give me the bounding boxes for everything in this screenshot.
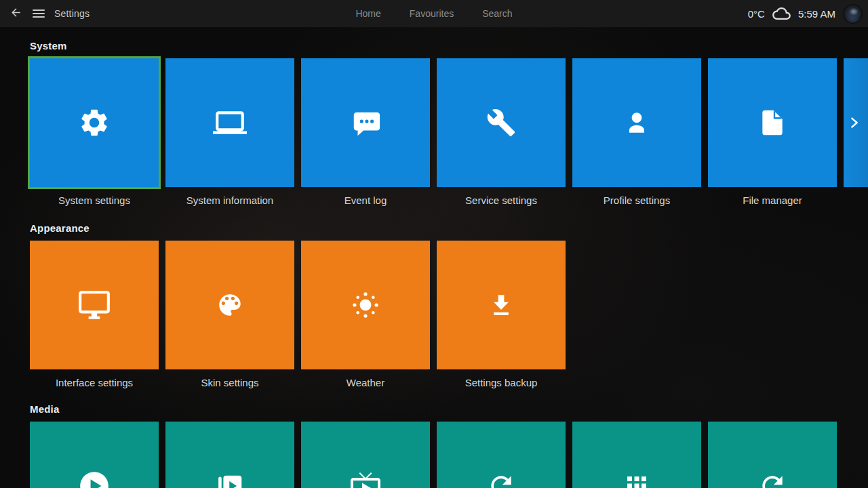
header-left: Settings bbox=[0, 6, 90, 21]
tile-label: Settings backup bbox=[437, 376, 566, 389]
apps-grid-icon bbox=[623, 472, 651, 488]
top-bar: Settings Home Favourites Search 0°C 5:59… bbox=[0, 0, 868, 27]
page-title: Settings bbox=[54, 8, 90, 19]
cloud-icon bbox=[772, 7, 791, 20]
nav-item-home[interactable]: Home bbox=[355, 8, 380, 19]
wrench-icon bbox=[486, 108, 516, 138]
section-appearance: Appearance Interface settings Skin setti… bbox=[30, 222, 566, 389]
tile-row-media bbox=[30, 422, 837, 488]
section-system: System System settings System informatio… bbox=[30, 39, 868, 207]
refresh-icon bbox=[486, 471, 516, 488]
section-title-appearance: Appearance bbox=[30, 222, 566, 235]
tile-system-information[interactable] bbox=[165, 58, 294, 187]
tile-row-appearance: Interface settings Skin settings Weather bbox=[30, 241, 566, 389]
tile-system-settings[interactable] bbox=[30, 58, 159, 187]
tile-media-5[interactable] bbox=[572, 422, 701, 488]
section-title-media: Media bbox=[30, 403, 837, 416]
temperature-label: 0°C bbox=[748, 8, 765, 20]
gear-icon bbox=[78, 106, 111, 139]
sun-icon bbox=[350, 289, 381, 321]
tile-media-4[interactable] bbox=[437, 422, 566, 488]
tile-media-6[interactable] bbox=[708, 422, 837, 488]
tile-media-2[interactable] bbox=[165, 422, 294, 488]
tile-label: Profile settings bbox=[572, 194, 701, 207]
header-status: 0°C 5:59 AM bbox=[748, 4, 868, 24]
tile-settings-backup[interactable] bbox=[437, 241, 566, 369]
laptop-icon bbox=[213, 106, 247, 140]
user-avatar[interactable] bbox=[843, 4, 863, 24]
nav-item-search[interactable]: Search bbox=[482, 8, 512, 19]
header-nav: Home Favourites Search bbox=[0, 0, 868, 27]
person-icon bbox=[622, 108, 652, 138]
tile-label: System information bbox=[165, 194, 294, 207]
tile-label: Event log bbox=[301, 194, 430, 207]
tile-label: Weather bbox=[301, 376, 430, 389]
play-circle-icon bbox=[77, 469, 111, 488]
tile-media-3[interactable] bbox=[301, 422, 430, 488]
back-button[interactable] bbox=[8, 6, 23, 21]
tile-profile-settings[interactable] bbox=[572, 58, 701, 187]
hamburger-menu-icon bbox=[33, 9, 45, 18]
file-document-icon bbox=[757, 108, 787, 138]
arrow-left-icon bbox=[9, 6, 22, 22]
tile-file-manager[interactable] bbox=[708, 58, 837, 187]
tile-more-system[interactable] bbox=[844, 58, 868, 187]
palette-icon bbox=[216, 291, 244, 319]
tile-label: Interface settings bbox=[30, 376, 159, 389]
refresh-icon bbox=[757, 471, 787, 488]
tile-weather[interactable] bbox=[301, 241, 430, 369]
tile-label: Skin settings bbox=[165, 376, 294, 389]
tile-interface-settings[interactable] bbox=[30, 241, 159, 369]
video-library-icon bbox=[214, 470, 245, 488]
tile-row-system: System settings System information Event… bbox=[30, 58, 868, 207]
nav-item-favourites[interactable]: Favourites bbox=[410, 8, 454, 19]
tile-skin-settings[interactable] bbox=[165, 241, 294, 369]
clock-label: 5:59 AM bbox=[798, 8, 835, 20]
menu-button[interactable] bbox=[31, 6, 46, 21]
tile-label: Service settings bbox=[437, 194, 566, 207]
tile-service-settings[interactable] bbox=[437, 58, 566, 187]
tile-event-log[interactable] bbox=[301, 58, 430, 187]
download-icon bbox=[487, 291, 515, 319]
section-title-system: System bbox=[30, 39, 868, 53]
tile-media-1[interactable] bbox=[30, 422, 159, 488]
monitor-icon bbox=[77, 288, 111, 322]
live-tv-icon bbox=[349, 470, 382, 488]
tile-label: File manager bbox=[708, 194, 837, 207]
section-media: Media bbox=[30, 403, 837, 488]
chevron-right-icon bbox=[847, 113, 862, 132]
chat-bubble-icon bbox=[350, 107, 381, 138]
tile-label: System settings bbox=[30, 194, 159, 207]
